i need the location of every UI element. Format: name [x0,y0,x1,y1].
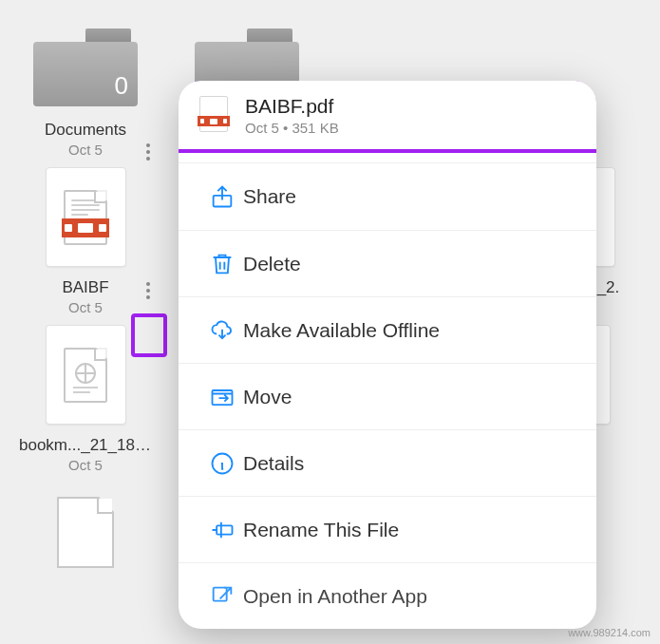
file-bookmark[interactable]: bookm..._21_18_3. Oct 5 [19,325,152,473]
item-name: Documents [45,121,126,140]
pdf-file-icon [46,167,126,267]
move-folder-icon [201,384,243,410]
menu-label: Make Available Offline [243,319,440,342]
menu-item-delete[interactable]: Delete [179,230,596,296]
folder-icon: 0 [33,28,138,109]
blank-file-icon [46,483,126,582]
file-baibf[interactable]: BAIBF Oct 5 [19,167,152,315]
menu-label: Share [243,185,296,208]
webloc-file-icon [46,325,126,425]
more-options-icon[interactable] [139,138,158,166]
menu-file-name: BAIBF.pdf [245,95,574,118]
menu-label: Move [243,386,292,408]
trash-icon [201,251,243,277]
item-name: bookm..._21_18_3. [19,436,152,455]
item-date: Oct 5 [68,457,103,473]
menu-file-meta: Oct 5 • 351 KB [245,120,574,136]
menu-item-open-another[interactable]: Open in Another App [179,562,596,629]
rename-icon [201,517,243,543]
menu-item-details[interactable]: Details [179,429,596,496]
open-in-icon [201,583,243,610]
file-blank[interactable] [19,483,152,582]
cloud-download-icon [201,317,243,344]
folder-documents[interactable]: 0 Documents Oct 5 [19,28,152,158]
menu-item-share[interactable]: Share [179,163,596,230]
watermark: www.989214.com [568,627,651,638]
share-icon [201,183,243,210]
more-options-icon[interactable] [139,276,158,305]
menu-label: Delete [243,253,301,275]
menu-item-offline[interactable]: Make Available Offline [179,296,596,363]
menu-label: Rename This File [243,519,399,541]
menu-label: Details [243,452,304,475]
info-icon [201,450,243,477]
folder-count: 0 [115,71,128,101]
item-name: BAIBF [62,278,108,297]
pdf-file-icon [199,96,228,132]
menu-item-rename[interactable]: Rename This File [179,496,596,562]
menu-label: Open in Another App [243,585,427,608]
item-date: Oct 5 [68,299,103,315]
item-date: Oct 5 [68,142,103,158]
menu-header: BAIBF.pdf Oct 5 • 351 KB [179,81,596,149]
menu-item-move[interactable]: Move [179,363,596,429]
file-context-menu: BAIBF.pdf Oct 5 • 351 KB Share Delete [179,81,596,629]
svg-rect-3 [217,525,232,534]
